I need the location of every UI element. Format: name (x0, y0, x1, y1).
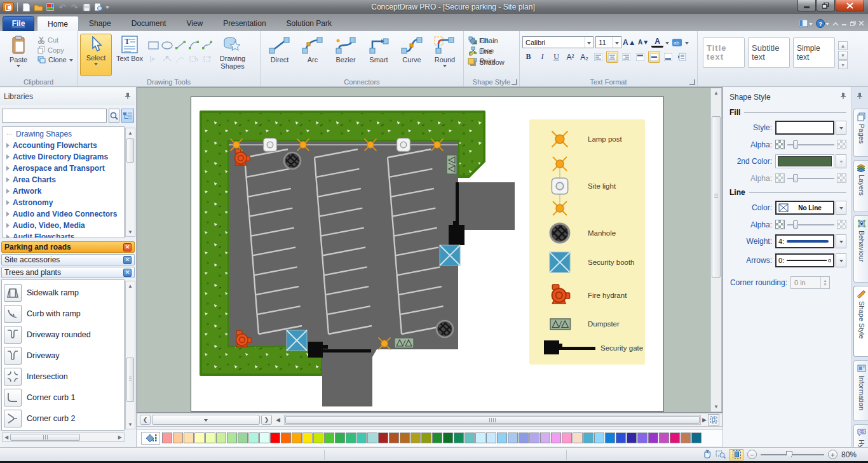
expand-icon[interactable] (6, 177, 10, 182)
fit-page-button[interactable] (708, 414, 719, 426)
gallery-scroll-down[interactable]: ▼ (838, 51, 848, 60)
copy-button[interactable]: Copy (36, 46, 74, 54)
underline-button[interactable]: U (550, 51, 562, 63)
canvas-horizontal-scrollbar[interactable] (284, 415, 701, 425)
color-swatch[interactable] (378, 433, 388, 443)
align-bottom-button[interactable] (662, 51, 674, 63)
move-points-icon[interactable] (161, 53, 173, 65)
save-icon[interactable] (81, 2, 92, 12)
color-swatch[interactable] (475, 433, 485, 443)
color-swatch[interactable] (616, 433, 626, 443)
expand-icon[interactable] (6, 143, 10, 148)
tab-presentation[interactable]: Presentation (213, 16, 276, 31)
font-color-button[interactable]: A (651, 37, 663, 48)
doc-minimize-icon[interactable] (842, 22, 847, 26)
library-shape-curb-with-ramp[interactable]: Curb with ramp (4, 303, 124, 324)
line-color-dropdown[interactable] (836, 201, 846, 215)
align-center-button[interactable] (606, 51, 618, 63)
open-document-icon[interactable] (33, 2, 43, 12)
color-swatch[interactable] (681, 433, 691, 443)
edit-points-icon[interactable] (147, 53, 159, 65)
scroll-left-icon[interactable]: ◀ (276, 417, 280, 423)
help-icon[interactable]: ? (816, 19, 829, 28)
simple-text-style[interactable]: Simple text (793, 37, 835, 68)
tab-document[interactable]: Document (121, 16, 177, 31)
align-top-button[interactable] (634, 51, 646, 63)
spinner-arrows[interactable]: ▲▼ (820, 277, 829, 288)
color-swatch[interactable] (627, 433, 637, 443)
color-swatch[interactable] (238, 433, 248, 443)
text-direction-button[interactable] (676, 51, 688, 63)
shape-style-dialog-launcher[interactable] (512, 79, 517, 85)
line-button[interactable]: Line (466, 47, 506, 56)
library-shape-sidewalk-ramp[interactable]: Sidewalk ramp (4, 282, 124, 303)
fit-to-window-button[interactable] (729, 449, 743, 460)
libraries-icon[interactable] (45, 2, 55, 12)
zoom-out-button[interactable]: − (747, 450, 757, 459)
gallery-scroll-up[interactable]: ▲ (838, 41, 848, 50)
color-swatch[interactable] (637, 433, 648, 443)
library-search-input[interactable] (2, 109, 107, 123)
subtitle-text-style[interactable]: Subtitle text (748, 37, 790, 68)
color-swatch[interactable] (216, 433, 226, 443)
color-swatch[interactable] (648, 433, 658, 443)
next-page-button[interactable]: ❯ (261, 415, 272, 425)
color-swatch[interactable] (205, 433, 215, 443)
manhole[interactable] (283, 152, 301, 170)
gallery-more[interactable]: ▾ (838, 60, 848, 69)
second-alpha-slider[interactable] (787, 173, 834, 183)
conceptdraw-logo-icon[interactable] (3, 2, 14, 12)
search-button[interactable] (109, 109, 119, 123)
security-booth[interactable] (440, 245, 460, 265)
dumpster[interactable] (395, 338, 414, 348)
redo-icon[interactable]: ↷ (69, 2, 79, 12)
highlight-button[interactable]: ab (671, 36, 683, 48)
scroll-up-icon[interactable]: ▲ (126, 128, 135, 137)
close-library-icon[interactable]: ✕ (123, 243, 132, 252)
site-light[interactable] (397, 138, 410, 152)
pin-icon[interactable] (125, 92, 131, 102)
library-tab-trees-and-plants[interactable]: Trees and plants✕ (1, 267, 135, 278)
doc-restore-icon[interactable] (850, 21, 856, 26)
library-tree-item[interactable]: Aerospace and Transport (3, 163, 124, 174)
color-swatch[interactable] (184, 433, 194, 443)
grow-font-button[interactable]: A▲ (623, 36, 636, 48)
color-swatch[interactable] (497, 433, 507, 443)
clone-button[interactable]: Clone (36, 56, 74, 64)
tree-scrollbar[interactable]: ▲ ▼ (125, 128, 135, 237)
dumpster[interactable] (447, 155, 457, 174)
color-swatch[interactable] (281, 433, 291, 443)
close-library-icon[interactable]: ✕ (123, 269, 132, 277)
cut-button[interactable]: Cut (36, 36, 74, 44)
library-tree-item[interactable]: Area Charts (3, 174, 124, 185)
close-library-icon[interactable]: ✕ (123, 256, 132, 264)
expand-icon[interactable] (6, 211, 10, 217)
line-tool-icon[interactable] (174, 39, 186, 51)
font-family-select[interactable]: Calibri (522, 36, 593, 48)
library-tree-item[interactable]: Active Directory Diagrams (3, 151, 124, 163)
library-tree-item[interactable]: Accounting Flowcharts (3, 140, 124, 151)
scroll-right-icon[interactable]: ▶ (116, 434, 124, 440)
legend[interactable]: Lamp post Site light Manhole Security bo… (529, 119, 645, 365)
color-swatch[interactable] (670, 433, 680, 443)
shadow-button[interactable]: Shadow (466, 58, 506, 67)
color-swatch[interactable] (356, 433, 367, 443)
color-swatch[interactable] (227, 433, 237, 443)
color-swatch[interactable] (529, 433, 539, 443)
site-light[interactable] (264, 138, 277, 152)
library-shape-corner-curb-2[interactable]: Corner curb 2 (4, 408, 124, 429)
color-swatch[interactable] (313, 433, 323, 443)
font-size-select[interactable]: 11 (595, 36, 621, 48)
color-swatch[interactable] (432, 433, 442, 443)
color-swatch[interactable] (173, 433, 183, 443)
expand-icon[interactable] (6, 189, 10, 194)
scroll-down-icon[interactable]: ▼ (711, 402, 721, 412)
paste-button[interactable]: Paste (3, 34, 34, 76)
tab-solution-park[interactable]: Solution Park (276, 16, 342, 31)
italic-button[interactable]: I (536, 51, 548, 63)
scroll-down-icon[interactable]: ▼ (126, 420, 135, 429)
color-swatch[interactable] (292, 433, 302, 443)
color-swatch[interactable] (270, 433, 280, 443)
color-swatch[interactable] (302, 433, 313, 443)
new-document-icon[interactable] (21, 2, 31, 12)
